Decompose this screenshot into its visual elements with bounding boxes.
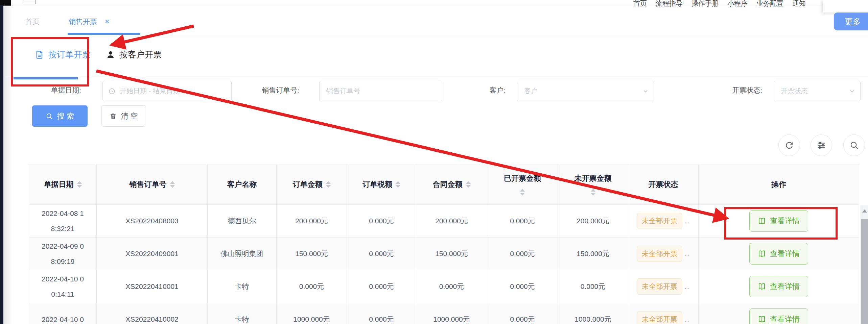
column-header-4[interactable]: 订单税额 xyxy=(347,164,416,205)
column-header-label: 已开票金额 xyxy=(504,173,541,183)
scrollbar-thumb[interactable] xyxy=(861,219,868,324)
view-detail-label: 查看详情 xyxy=(770,314,800,324)
status-badge: 未全部开票 xyxy=(637,311,682,324)
status-filter-label: 开票状态: xyxy=(708,85,763,95)
column-header-3[interactable]: 订单金额 xyxy=(277,164,347,205)
column-header-8: 开票状态 xyxy=(628,164,699,205)
status-select[interactable]: 开票状态 xyxy=(774,81,861,101)
view-detail-label: 查看详情 xyxy=(770,216,800,226)
column-header-label: 订单税额 xyxy=(362,179,392,190)
column-filter-icon xyxy=(817,141,826,150)
overflow-ellipsis: .. xyxy=(685,315,689,324)
top-nav-item[interactable]: 业务配置 xyxy=(756,0,783,8)
top-nav-item[interactable]: 流程指导 xyxy=(656,0,683,8)
top-nav-item[interactable]: 小程序 xyxy=(727,0,748,8)
status-placeholder: 开票状态 xyxy=(781,86,808,96)
cell-date-text: 2022-04-10 00:14:11 xyxy=(39,271,87,302)
view-detail-button[interactable]: 查看详情 xyxy=(749,308,808,324)
vertical-scrollbar[interactable] xyxy=(861,205,868,324)
sort-caret-icon[interactable] xyxy=(326,181,331,188)
more-button[interactable]: 更多 xyxy=(834,13,868,30)
cell-status: 未全部开票.. xyxy=(628,303,699,324)
table-row: 2022-04-10 00:14:11XS20220410001卡特0.000元… xyxy=(29,270,859,303)
search-button[interactable]: 搜 索 xyxy=(32,105,88,127)
sort-caret-icon[interactable] xyxy=(466,181,471,188)
customer-filter-label: 客户: xyxy=(453,85,506,95)
cell-1: XS20220410002 xyxy=(97,303,208,324)
date-filter-label: 单据日期: xyxy=(34,85,81,95)
subtab-by-order-label: 按订单开票 xyxy=(48,49,91,60)
date-range-input[interactable]: 开始日期 - 结束日期 xyxy=(102,81,232,101)
cell-7: 1000.000元 xyxy=(558,303,628,324)
order-no-placeholder: 销售订单号 xyxy=(326,86,360,96)
customer-select[interactable]: 客户 xyxy=(517,81,654,101)
cell-0: 2022-04-08 18:32:21 xyxy=(29,205,97,238)
subtab-by-customer[interactable]: 按客户开票 xyxy=(106,49,162,60)
top-nav-item[interactable]: 首页 xyxy=(633,0,647,8)
view-detail-button[interactable]: 查看详情 xyxy=(749,210,808,232)
table-row: 2022-04-08 18:32:21XS20220408003德西贝尔200.… xyxy=(29,205,859,238)
top-nav-divider xyxy=(3,5,868,5)
sort-caret-icon[interactable] xyxy=(520,189,525,196)
close-icon[interactable]: ✕ xyxy=(104,18,110,25)
refresh-icon xyxy=(784,141,794,150)
orders-table: 单据日期销售订单号客户名称订单金额订单税额合同金额已开票金额未开票金额开票状态操… xyxy=(29,164,859,324)
tab-home[interactable]: 首页 xyxy=(25,17,40,26)
collapsed-sidebar[interactable] xyxy=(0,5,3,324)
cell-date-text: 2022-04-10 0 xyxy=(39,312,87,324)
cell-date-text: 2022-04-09 08:09:19 xyxy=(39,239,87,269)
top-nav-item[interactable]: 操作手册 xyxy=(691,0,719,8)
chevron-down-icon xyxy=(642,88,649,95)
cell-4: 0.000元 xyxy=(347,205,416,238)
sort-caret-icon[interactable] xyxy=(170,181,175,188)
sort-caret-icon[interactable] xyxy=(591,189,595,196)
scroll-up-arrow-icon[interactable] xyxy=(862,209,867,213)
order-no-filter-label: 销售订单号: xyxy=(233,85,299,95)
cell-5: 150.000元 xyxy=(416,238,487,270)
cell-3: 150.000元 xyxy=(277,238,347,270)
column-header-1[interactable]: 销售订单号 xyxy=(97,164,208,205)
view-detail-button[interactable]: 查看详情 xyxy=(749,276,808,297)
column-header-label: 订单金额 xyxy=(293,179,323,190)
view-detail-label: 查看详情 xyxy=(770,249,800,259)
table-search-button[interactable] xyxy=(843,134,865,156)
order-no-input[interactable]: 销售订单号 xyxy=(319,81,442,101)
column-header-7[interactable]: 未开票金额 xyxy=(558,164,628,205)
cell-3: 0.000元 xyxy=(277,270,347,303)
document-icon xyxy=(35,50,44,60)
subtab-divider xyxy=(3,78,868,78)
sort-caret-icon[interactable] xyxy=(77,181,82,188)
status-badge: 未全部开票 xyxy=(637,246,682,262)
search-icon xyxy=(849,141,859,150)
cell-status: 未全部开票.. xyxy=(628,205,699,238)
column-header-5[interactable]: 合同金额 xyxy=(416,164,487,205)
tab-sales-invoicing[interactable]: 销售开票 ✕ xyxy=(69,17,110,26)
cell-2: 佛山照明集团 xyxy=(208,238,277,270)
view-detail-button[interactable]: 查看详情 xyxy=(749,243,808,265)
cell-date-text: 2022-04-08 18:32:21 xyxy=(39,206,87,236)
sort-caret-icon[interactable] xyxy=(396,181,400,188)
clear-button[interactable]: 清 空 xyxy=(101,105,146,127)
column-header-label: 单据日期 xyxy=(44,179,74,190)
column-header-label: 开票状态 xyxy=(649,179,678,190)
column-filter-button[interactable] xyxy=(811,134,832,156)
open-dropdown-panel xyxy=(823,0,868,13)
tab-sales-invoicing-label: 销售开票 xyxy=(69,17,97,26)
column-header-0[interactable]: 单据日期 xyxy=(29,164,97,205)
refresh-button[interactable] xyxy=(778,134,800,156)
clear-button-label: 清 空 xyxy=(121,111,138,121)
sidebar-shadow xyxy=(3,5,12,324)
subtab-by-order[interactable]: 按订单开票 xyxy=(35,49,91,60)
column-header-6[interactable]: 已开票金额 xyxy=(487,164,558,205)
cell-2: 卡特 xyxy=(208,303,277,324)
top-nav-item[interactable]: 通知 xyxy=(792,0,806,8)
search-icon xyxy=(46,113,53,120)
cell-7: 150.000元 xyxy=(558,238,628,270)
cell-3: 200.000元 xyxy=(277,205,347,238)
clock-icon xyxy=(108,88,116,95)
cell-4: 0.000元 xyxy=(347,270,416,303)
open-book-icon xyxy=(758,250,766,258)
cell-4: 0.000元 xyxy=(347,238,416,270)
cell-0: 2022-04-09 08:09:19 xyxy=(29,238,97,270)
cell-action: 查看详情 xyxy=(699,303,859,324)
